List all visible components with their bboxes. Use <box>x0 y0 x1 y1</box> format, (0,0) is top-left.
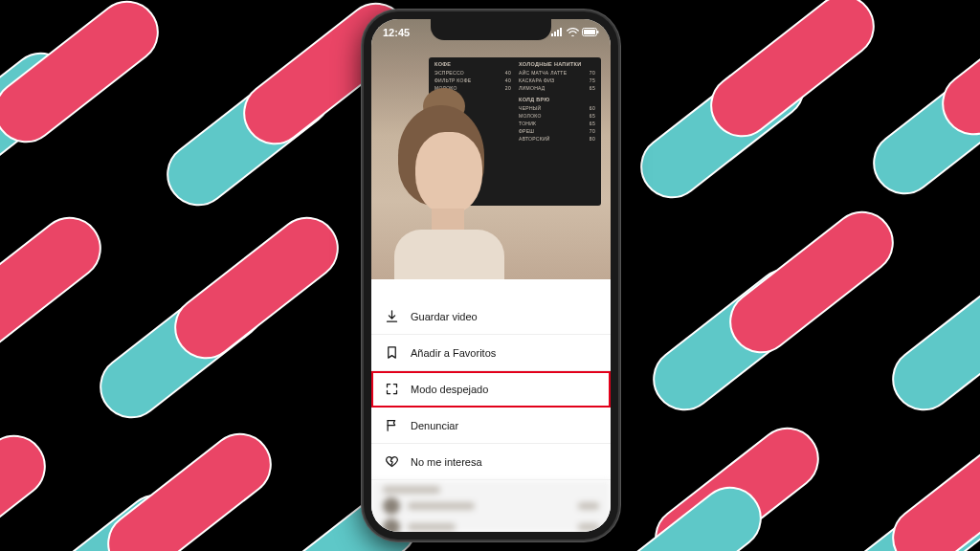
bg-pill <box>698 0 887 150</box>
bg-pill <box>162 204 351 371</box>
menu-label: Denunciar <box>411 420 458 431</box>
menu-label: Añadir a Favoritos <box>411 347 496 359</box>
phone-frame: 12:45 КОФЕ ЭСПРЕССО40 ФИЛЬТР КОФЕ40 <box>364 11 618 540</box>
svg-rect-6 <box>597 31 599 33</box>
bg-pill <box>0 204 114 371</box>
battery-icon <box>582 27 599 38</box>
wifi-icon <box>567 27 579 38</box>
menu-save-video[interactable]: Guardar video <box>371 298 611 335</box>
menu-clear-mode[interactable]: Modo despejado <box>371 371 611 408</box>
phone-notch <box>431 19 551 40</box>
svg-rect-2 <box>557 30 559 36</box>
heart-broken-icon <box>385 454 399 469</box>
bg-pill <box>95 420 284 551</box>
flag-icon <box>385 418 399 432</box>
status-indicators <box>551 27 599 38</box>
svg-rect-0 <box>551 33 553 36</box>
menu-not-interested[interactable]: No me interesa <box>371 444 611 480</box>
menu-label: No me interesa <box>411 456 482 468</box>
action-sheet: Guardar video Añadir a Favoritos Modo de… <box>371 298 611 532</box>
svg-rect-3 <box>560 28 562 36</box>
bookmark-icon <box>385 345 399 360</box>
download-icon <box>385 309 399 323</box>
share-section-blurred <box>371 480 611 532</box>
video-content[interactable]: КОФЕ ЭСПРЕССО40 ФИЛЬТР КОФЕ40 МОЛОКО20 Х… <box>371 19 611 279</box>
menu-label: Modo despejado <box>411 384 488 395</box>
status-time: 12:45 <box>383 27 410 38</box>
svg-rect-1 <box>554 32 556 36</box>
phone-screen: 12:45 КОФЕ ЭСПРЕССО40 ФИЛЬТР КОФЕ40 <box>371 19 611 532</box>
menu-label: Guardar video <box>411 311 478 322</box>
menu-add-favorites[interactable]: Añadir a Favoritos <box>371 335 611 371</box>
bg-pill <box>880 414 980 551</box>
signal-icon <box>551 27 564 38</box>
bg-pill <box>880 255 980 423</box>
bg-pill <box>0 422 58 551</box>
bg-pill <box>0 0 171 156</box>
video-person <box>379 105 513 279</box>
menu-report[interactable]: Denunciar <box>371 408 611 444</box>
svg-rect-5 <box>584 30 595 34</box>
bg-pill <box>717 198 906 365</box>
expand-icon <box>385 382 399 396</box>
